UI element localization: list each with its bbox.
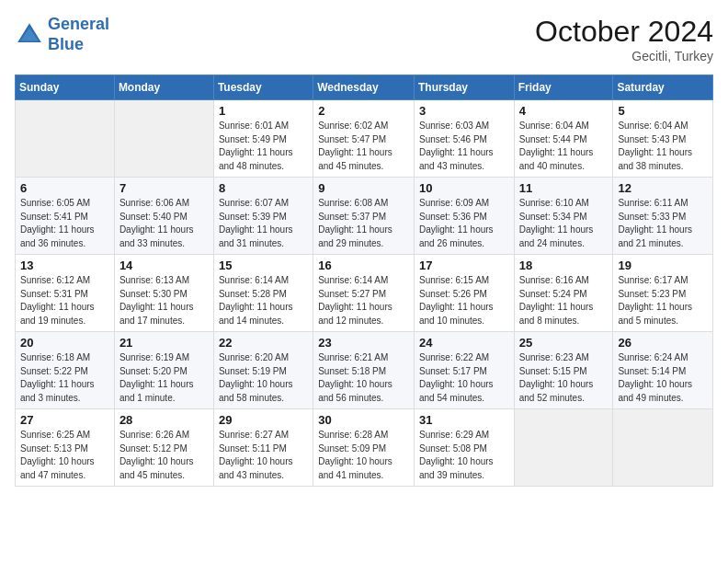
- day-number: 10: [419, 181, 509, 195]
- day-cell: 30Sunrise: 6:28 AM Sunset: 5:09 PM Dayli…: [313, 409, 415, 487]
- day-cell: 19Sunrise: 6:17 AM Sunset: 5:23 PM Dayli…: [613, 255, 713, 332]
- day-cell: 27Sunrise: 6:25 AM Sunset: 5:13 PM Dayli…: [16, 409, 115, 487]
- header-row: SundayMondayTuesdayWednesdayThursdayFrid…: [16, 75, 713, 100]
- day-cell: 22Sunrise: 6:20 AM Sunset: 5:19 PM Dayli…: [213, 332, 313, 409]
- col-header-friday: Friday: [514, 75, 613, 100]
- day-number: 8: [219, 181, 308, 195]
- day-info: Sunrise: 6:25 AM Sunset: 5:13 PM Dayligh…: [20, 429, 109, 482]
- day-cell: 15Sunrise: 6:14 AM Sunset: 5:28 PM Dayli…: [213, 255, 313, 332]
- title-block: October 2024 Gecitli, Turkey: [535, 15, 713, 63]
- month-title: October 2024: [535, 15, 713, 49]
- week-row-1: 1Sunrise: 6:01 AM Sunset: 5:49 PM Daylig…: [16, 100, 713, 178]
- logo-line2: Blue: [48, 35, 84, 53]
- day-number: 25: [519, 336, 609, 350]
- calendar-table: SundayMondayTuesdayWednesdayThursdayFrid…: [15, 75, 713, 487]
- col-header-wednesday: Wednesday: [313, 75, 415, 100]
- day-number: 22: [219, 336, 308, 350]
- day-number: 16: [318, 259, 409, 272]
- day-cell: 4Sunrise: 6:04 AM Sunset: 5:44 PM Daylig…: [514, 100, 613, 178]
- col-header-thursday: Thursday: [414, 75, 514, 100]
- day-info: Sunrise: 6:06 AM Sunset: 5:40 PM Dayligh…: [119, 197, 209, 250]
- day-info: Sunrise: 6:13 AM Sunset: 5:30 PM Dayligh…: [119, 274, 209, 327]
- day-info: Sunrise: 6:24 AM Sunset: 5:14 PM Dayligh…: [618, 351, 708, 405]
- day-cell: 17Sunrise: 6:15 AM Sunset: 5:26 PM Dayli…: [414, 255, 514, 332]
- day-cell: 5Sunrise: 6:04 AM Sunset: 5:43 PM Daylig…: [613, 100, 713, 178]
- day-cell: [16, 100, 115, 178]
- day-number: 2: [318, 104, 409, 118]
- day-cell: 11Sunrise: 6:10 AM Sunset: 5:34 PM Dayli…: [514, 178, 613, 255]
- day-cell: 28Sunrise: 6:26 AM Sunset: 5:12 PM Dayli…: [114, 409, 213, 487]
- day-info: Sunrise: 6:18 AM Sunset: 5:22 PM Dayligh…: [20, 351, 109, 405]
- location: Gecitli, Turkey: [535, 49, 713, 63]
- day-info: Sunrise: 6:07 AM Sunset: 5:39 PM Dayligh…: [219, 197, 308, 250]
- day-cell: 6Sunrise: 6:05 AM Sunset: 5:41 PM Daylig…: [16, 178, 115, 255]
- day-info: Sunrise: 6:16 AM Sunset: 5:24 PM Dayligh…: [519, 274, 609, 327]
- day-info: Sunrise: 6:04 AM Sunset: 5:43 PM Dayligh…: [618, 120, 708, 173]
- day-number: 9: [318, 181, 409, 195]
- day-cell: 18Sunrise: 6:16 AM Sunset: 5:24 PM Dayli…: [514, 255, 613, 332]
- day-info: Sunrise: 6:08 AM Sunset: 5:37 PM Dayligh…: [318, 197, 409, 250]
- day-number: 6: [20, 181, 109, 195]
- day-number: 21: [119, 336, 209, 350]
- day-cell: 13Sunrise: 6:12 AM Sunset: 5:31 PM Dayli…: [16, 255, 115, 332]
- week-row-2: 6Sunrise: 6:05 AM Sunset: 5:41 PM Daylig…: [16, 178, 713, 255]
- day-number: 28: [119, 413, 209, 427]
- day-cell: 16Sunrise: 6:14 AM Sunset: 5:27 PM Dayli…: [313, 255, 415, 332]
- day-info: Sunrise: 6:29 AM Sunset: 5:08 PM Dayligh…: [419, 429, 509, 482]
- day-number: 17: [419, 259, 509, 272]
- day-cell: [514, 409, 613, 487]
- day-number: 27: [20, 413, 109, 427]
- day-info: Sunrise: 6:10 AM Sunset: 5:34 PM Dayligh…: [519, 197, 609, 250]
- day-number: 1: [219, 104, 308, 118]
- day-number: 15: [219, 259, 308, 272]
- day-number: 5: [618, 104, 708, 118]
- day-cell: 21Sunrise: 6:19 AM Sunset: 5:20 PM Dayli…: [114, 332, 213, 409]
- day-cell: 3Sunrise: 6:03 AM Sunset: 5:46 PM Daylig…: [414, 100, 514, 178]
- day-info: Sunrise: 6:26 AM Sunset: 5:12 PM Dayligh…: [119, 429, 209, 482]
- day-cell: 1Sunrise: 6:01 AM Sunset: 5:49 PM Daylig…: [213, 100, 313, 178]
- day-info: Sunrise: 6:11 AM Sunset: 5:33 PM Dayligh…: [618, 197, 708, 250]
- day-cell: 20Sunrise: 6:18 AM Sunset: 5:22 PM Dayli…: [16, 332, 115, 409]
- day-cell: [114, 100, 213, 178]
- day-number: 29: [219, 413, 308, 427]
- day-number: 18: [519, 259, 609, 272]
- day-info: Sunrise: 6:01 AM Sunset: 5:49 PM Dayligh…: [219, 120, 308, 173]
- day-cell: 26Sunrise: 6:24 AM Sunset: 5:14 PM Dayli…: [613, 332, 713, 409]
- page-header: General Blue October 2024 Gecitli, Turke…: [15, 15, 713, 63]
- day-info: Sunrise: 6:27 AM Sunset: 5:11 PM Dayligh…: [219, 429, 308, 482]
- day-number: 4: [519, 104, 609, 118]
- day-cell: 23Sunrise: 6:21 AM Sunset: 5:18 PM Dayli…: [313, 332, 415, 409]
- day-number: 13: [20, 259, 109, 272]
- day-cell: 10Sunrise: 6:09 AM Sunset: 5:36 PM Dayli…: [414, 178, 514, 255]
- day-number: 31: [419, 413, 509, 427]
- day-info: Sunrise: 6:15 AM Sunset: 5:26 PM Dayligh…: [419, 274, 509, 327]
- col-header-sunday: Sunday: [16, 75, 115, 100]
- day-info: Sunrise: 6:14 AM Sunset: 5:28 PM Dayligh…: [219, 274, 308, 327]
- day-cell: 31Sunrise: 6:29 AM Sunset: 5:08 PM Dayli…: [414, 409, 514, 487]
- logo: General Blue: [15, 15, 109, 54]
- week-row-5: 27Sunrise: 6:25 AM Sunset: 5:13 PM Dayli…: [16, 409, 713, 487]
- day-cell: 29Sunrise: 6:27 AM Sunset: 5:11 PM Dayli…: [213, 409, 313, 487]
- day-cell: 14Sunrise: 6:13 AM Sunset: 5:30 PM Dayli…: [114, 255, 213, 332]
- day-info: Sunrise: 6:05 AM Sunset: 5:41 PM Dayligh…: [20, 197, 109, 250]
- day-number: 3: [419, 104, 509, 118]
- day-info: Sunrise: 6:28 AM Sunset: 5:09 PM Dayligh…: [318, 429, 409, 482]
- logo-icon: [15, 20, 44, 50]
- day-cell: 25Sunrise: 6:23 AM Sunset: 5:15 PM Dayli…: [514, 332, 613, 409]
- day-number: 26: [618, 336, 708, 350]
- day-number: 20: [20, 336, 109, 350]
- day-number: 30: [318, 413, 409, 427]
- day-number: 24: [419, 336, 509, 350]
- logo-line1: General: [48, 15, 109, 33]
- day-cell: 9Sunrise: 6:08 AM Sunset: 5:37 PM Daylig…: [313, 178, 415, 255]
- calendar-header: SundayMondayTuesdayWednesdayThursdayFrid…: [16, 75, 713, 100]
- logo-text: General Blue: [48, 15, 109, 54]
- day-number: 12: [618, 181, 708, 195]
- calendar-body: 1Sunrise: 6:01 AM Sunset: 5:49 PM Daylig…: [16, 100, 713, 487]
- day-number: 7: [119, 181, 209, 195]
- day-cell: 24Sunrise: 6:22 AM Sunset: 5:17 PM Dayli…: [414, 332, 514, 409]
- week-row-3: 13Sunrise: 6:12 AM Sunset: 5:31 PM Dayli…: [16, 255, 713, 332]
- week-row-4: 20Sunrise: 6:18 AM Sunset: 5:22 PM Dayli…: [16, 332, 713, 409]
- day-info: Sunrise: 6:12 AM Sunset: 5:31 PM Dayligh…: [20, 274, 109, 327]
- day-info: Sunrise: 6:21 AM Sunset: 5:18 PM Dayligh…: [318, 351, 409, 405]
